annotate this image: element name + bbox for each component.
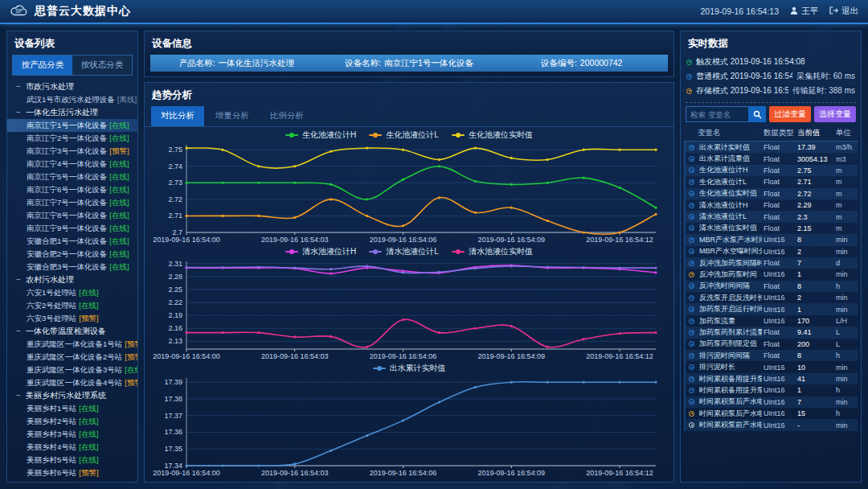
- table-row[interactable]: 反洗泵开启反洗时长UInt162min: [686, 292, 858, 303]
- row-icon-cell: [686, 191, 698, 196]
- legend-item[interactable]: 生化池液位计H: [285, 129, 356, 141]
- device-item[interactable]: 南京江宁1号一体化设备[在线]: [7, 119, 137, 132]
- device-item[interactable]: 重庆武隆区一体化设备4号站[预警]: [7, 376, 137, 389]
- device-group-header[interactable]: −市政污水处理: [7, 80, 137, 93]
- device-item[interactable]: 南京江宁8号一体化设备[在线]: [7, 209, 137, 222]
- table-row[interactable]: 排污泥时长UInt1610min: [686, 361, 858, 372]
- device-item-label: 南京江宁4号一体化设备: [27, 158, 107, 171]
- device-item[interactable]: 武汉1号市政污水处理设备[离线]: [7, 93, 137, 106]
- variable-value: 1: [797, 386, 834, 394]
- table-row[interactable]: 生化池液位计LFloat2.71m: [686, 176, 858, 187]
- search-button[interactable]: [748, 106, 766, 122]
- trend-title: 趋势分析: [145, 83, 674, 106]
- table-row[interactable]: 加药泵开启运行时间UInt161min: [686, 303, 858, 314]
- device-item-label: 重庆武隆区一体化设备2号站: [27, 351, 122, 364]
- variable-value: 2.71: [797, 178, 834, 186]
- device-item[interactable]: 美丽乡村5号站[在线]: [7, 454, 137, 466]
- table-row[interactable]: 时间累积备用提升泵时UInt161h: [686, 384, 858, 396]
- device-status-badge: [离线]: [117, 93, 137, 106]
- device-item[interactable]: 六安2号处理站[在线]: [7, 299, 137, 312]
- search-input[interactable]: [686, 106, 748, 122]
- legend-item[interactable]: 清水池液位计H: [285, 246, 356, 257]
- device-item[interactable]: 安徽合肥1号一体化设备[在线]: [7, 235, 137, 248]
- legend-item[interactable]: 生化池液位实时值: [452, 129, 533, 141]
- device-item[interactable]: 安徽合肥3号一体化设备[在线]: [7, 261, 137, 273]
- row-icon-cell: [686, 399, 698, 405]
- variable-status-icon: [689, 272, 694, 277]
- variable-value: 41: [797, 375, 834, 383]
- search-box: [686, 106, 766, 122]
- legend-item[interactable]: 清水池液位实时值: [452, 246, 533, 257]
- svg-text:2019-09-16 16:54:00: 2019-09-16 16:54:00: [153, 236, 220, 244]
- legend-label: 清水池液位计H: [302, 246, 356, 257]
- row-icon-cell: [686, 283, 698, 289]
- table-row[interactable]: 生化池液位实时值Float2.72m: [686, 188, 858, 199]
- table-row[interactable]: 时间累积泵后产水电动阀时UInt1615h: [686, 408, 858, 419]
- table-row[interactable]: 加药泵流量UInt16170L/H: [686, 315, 858, 327]
- status-row: 存储模式 2019-09-16 16:54:10传输延时: 388 ms: [686, 84, 855, 98]
- logout-button[interactable]: 退出: [829, 6, 858, 17]
- table-row[interactable]: 清水池液位实时值Float2.15m: [686, 223, 858, 234]
- table-row[interactable]: 反冲洗时间间隔Float8h: [686, 281, 858, 292]
- svg-text:2019-09-16 16:54:06: 2019-09-16 16:54:06: [370, 352, 437, 360]
- table-row[interactable]: 出水累计实时值Float17.39m3/h: [686, 142, 858, 153]
- device-item[interactable]: 重庆武隆区一体化设备3号站[在线]: [7, 364, 137, 376]
- device-status-badge: [在线]: [79, 286, 98, 299]
- legend-item[interactable]: 清水池液位计L: [369, 246, 439, 257]
- variable-name: 时间累积泵前产水电动阀分: [699, 420, 762, 430]
- device-group-header[interactable]: −一体化生活污水处理: [7, 106, 137, 119]
- device-item[interactable]: 南京江宁7号一体化设备[在线]: [7, 196, 137, 209]
- device-item[interactable]: 美丽乡村6号站[预警]: [7, 466, 137, 479]
- device-status-badge: [在线]: [125, 364, 137, 376]
- device-item[interactable]: 重庆武隆区一体化设备2号站[预警]: [7, 351, 137, 364]
- tab-by-product[interactable]: 按产品分类: [13, 55, 72, 75]
- device-group-header[interactable]: −一体化带温度检测设备: [7, 325, 137, 338]
- device-item[interactable]: 重庆武隆区一体化设备1号站[预警]: [7, 338, 137, 351]
- table-row[interactable]: MBR产水空曝时间分UInt162min: [686, 246, 858, 257]
- device-item[interactable]: 安徽合肥2号一体化设备[在线]: [7, 248, 137, 261]
- row-icon-cell: [686, 376, 698, 382]
- table-row[interactable]: 清水池液位计LFloat2.3m: [686, 211, 858, 222]
- device-group-header[interactable]: −农村污水处理: [7, 273, 137, 286]
- variable-name: 加药泵药剂限定值: [699, 339, 762, 349]
- device-item[interactable]: 六安1号处理站[在线]: [7, 286, 137, 299]
- table-row[interactable]: 时间累积泵后产水电动阀分UInt167min: [686, 397, 858, 408]
- tab-by-status[interactable]: 按状态分类: [72, 55, 132, 75]
- table-row[interactable]: 加药泵药剂限定值Float200L: [686, 339, 858, 350]
- table-row[interactable]: 反冲洗加药泵间隔时间Float7d: [686, 257, 858, 269]
- tab-increment-analysis[interactable]: 增量分析: [206, 106, 259, 126]
- device-item[interactable]: 六安3号处理站[预警]: [7, 312, 137, 325]
- table-row[interactable]: 清水池液位计HFloat2.29m: [686, 199, 858, 211]
- variable-value: 7: [797, 259, 834, 267]
- device-item[interactable]: 南京江宁5号一体化设备[在线]: [7, 171, 137, 183]
- tab-ratio-analysis[interactable]: 比例分析: [260, 106, 313, 126]
- table-row[interactable]: MBR产水泵产水时间分UInt168min: [686, 234, 858, 245]
- device-item-label: 南京江宁3号一体化设备: [27, 145, 107, 158]
- filter-variables-button[interactable]: 过滤变量: [769, 106, 811, 122]
- variable-value: 8: [797, 351, 834, 360]
- device-item[interactable]: 美丽乡村2号站[在线]: [7, 415, 137, 428]
- table-row[interactable]: 生化池液位计HFloat2.75m: [686, 165, 858, 176]
- device-item[interactable]: 南京江宁9号一体化设备[在线]: [7, 222, 137, 235]
- table-row[interactable]: 出水累计流量值Float30054.13m3: [686, 153, 858, 164]
- device-item[interactable]: 南京江宁4号一体化设备[在线]: [7, 158, 137, 171]
- device-item[interactable]: 南京江宁3号一体化设备[预警]: [7, 145, 137, 158]
- device-item[interactable]: 南京江宁6号一体化设备[在线]: [7, 183, 137, 196]
- table-row[interactable]: 反冲洗加药泵时间UInt161min: [686, 269, 858, 280]
- table-row[interactable]: 加药泵药剂累计流量Float9.41L: [686, 327, 858, 338]
- device-item[interactable]: 美丽乡村3号站[在线]: [7, 428, 137, 441]
- table-row[interactable]: 时间累积备用提升泵分UInt1641min: [686, 373, 858, 384]
- table-row[interactable]: 时间累积泵前产水电动阀分UInt16-min: [686, 419, 858, 430]
- user-menu[interactable]: 王平: [790, 6, 818, 17]
- legend-item[interactable]: 出水累计实时值: [373, 363, 446, 374]
- device-item[interactable]: 美丽乡村1号站[在线]: [7, 402, 137, 415]
- legend-item[interactable]: 生化池液位计L: [369, 129, 439, 141]
- device-group-header[interactable]: −美丽乡村污水处理系统: [7, 389, 137, 402]
- device-item[interactable]: 南京江宁2号一体化设备[在线]: [7, 132, 137, 145]
- svg-text:2019-09-16 16:54:06: 2019-09-16 16:54:06: [370, 236, 437, 244]
- tab-compare-analysis[interactable]: 对比分析: [151, 106, 204, 126]
- table-row[interactable]: 排污泥时间间隔Float8h: [686, 350, 858, 361]
- variable-status-icon: [689, 191, 694, 196]
- device-item[interactable]: 美丽乡村4号站[在线]: [7, 441, 137, 454]
- select-variables-button[interactable]: 选择变量: [814, 106, 856, 122]
